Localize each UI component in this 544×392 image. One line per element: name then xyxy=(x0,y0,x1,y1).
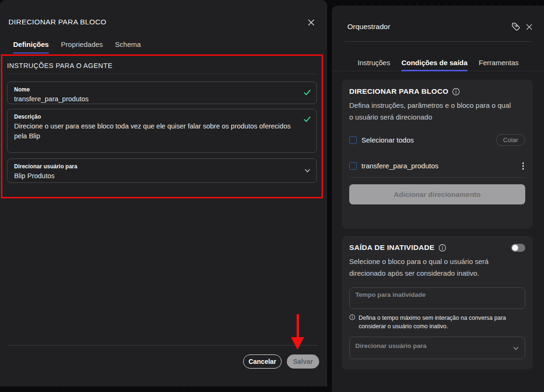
tab-instrucoes[interactable]: Instruções xyxy=(358,54,390,71)
inactivity-redirect-select[interactable]: Direcionar usuário para xyxy=(349,337,525,359)
panel-title: Orquestrador xyxy=(347,23,390,31)
close-icon xyxy=(526,23,533,30)
redirect-section-card: DIRECIONAR PARA BLOCO Defina instruções,… xyxy=(342,80,533,229)
name-field[interactable]: Nome transfere_para_produtos xyxy=(7,82,317,104)
description-field-value: Direcione o user para esse bloco toda ve… xyxy=(14,121,301,141)
toggle-knob xyxy=(512,245,518,251)
arrow-shaft xyxy=(297,314,299,338)
valid-check-icon xyxy=(304,116,311,124)
tab-ferramentas[interactable]: Ferramentas xyxy=(479,54,519,71)
save-button[interactable]: Salvar xyxy=(287,354,319,369)
item-label: transfere_para_produtos xyxy=(361,162,438,170)
kebab-menu-icon[interactable] xyxy=(521,161,526,171)
arrow-head xyxy=(291,337,304,350)
redirect-select-label: Direcionar usuário para xyxy=(14,163,310,170)
redirect-user-select[interactable]: Direcionar usuário para Blip Produtos xyxy=(7,158,317,183)
inactivity-helper-text: Defina o tempo máximo sem interação na c… xyxy=(359,314,513,331)
footer-divider xyxy=(8,345,318,346)
cancel-button[interactable]: Cancelar xyxy=(243,354,282,369)
panel-tabs: Instruções Condições de saída Ferramenta… xyxy=(332,54,544,71)
tab-definicoes[interactable]: Definições xyxy=(13,40,49,53)
redirect-section-title: DIRECIONAR PARA BLOCO xyxy=(349,87,448,96)
inactivity-helper-row: Defina o tempo máximo sem interação na c… xyxy=(349,314,525,331)
annotation-highlight-box: INSTRUÇÕES PARA O AGENTE Nome transfere_… xyxy=(1,54,323,198)
chevron-down-icon xyxy=(513,345,519,354)
redirect-section-description: Defina instruções, parâmetros e o bloco … xyxy=(349,99,511,123)
tab-condicoes-de-saida[interactable]: Condições de saída xyxy=(401,54,467,71)
info-icon xyxy=(349,314,355,331)
tab-schema[interactable]: Schema xyxy=(115,40,141,53)
item-list-divider xyxy=(349,177,525,178)
select-all-checkbox[interactable] xyxy=(349,136,357,144)
close-icon xyxy=(307,19,315,26)
name-field-value: transfere_para_produtos xyxy=(14,94,301,104)
inactivity-toggle[interactable] xyxy=(511,244,525,252)
screen: DIRECIONAR PARA BLOCO Definições Proprie… xyxy=(0,0,544,392)
redirect-select-value: Blip Produtos xyxy=(14,171,301,181)
annotation-arrow xyxy=(291,314,304,350)
panel-header-divider xyxy=(344,41,532,42)
tag-icon[interactable] xyxy=(511,22,521,32)
modal-tabs: Definições Propriedades Schema xyxy=(13,40,141,53)
select-all-label: Selecionar todos xyxy=(361,136,414,144)
name-field-label: Nome xyxy=(14,86,310,93)
inactivity-section-description: Selecione o bloco para o qual o usuário … xyxy=(349,256,519,279)
direcionar-para-bloco-modal: DIRECIONAR PARA BLOCO Definições Proprie… xyxy=(0,0,327,386)
item-checkbox[interactable] xyxy=(349,162,357,170)
orquestrador-panel: Orquestrador Instruções Condições de saí… xyxy=(332,6,544,392)
info-icon[interactable] xyxy=(438,244,446,252)
modal-close-button[interactable] xyxy=(306,17,317,28)
description-field-label: Descrição xyxy=(14,113,310,120)
modal-footer: Cancelar Salvar xyxy=(0,354,327,369)
inactivity-time-input[interactable] xyxy=(349,287,525,309)
agent-instructions-section-title: INSTRUÇÕES PARA O AGENTE xyxy=(7,62,317,74)
info-icon[interactable] xyxy=(452,88,460,96)
redirect-section-title-row: DIRECIONAR PARA BLOCO xyxy=(349,87,525,96)
redirect-item-row: transfere_para_produtos xyxy=(349,161,525,171)
modal-title: DIRECIONAR PARA BLOCO xyxy=(8,18,107,26)
select-all-row: Selecionar todos Colar xyxy=(349,134,525,146)
panel-close-button[interactable] xyxy=(524,22,534,32)
inactivity-section-card: SAÍDA DE INATIVIDADE Selecione o bloco p… xyxy=(342,236,533,369)
inactivity-redirect-select-placeholder: Direcionar usuário para xyxy=(355,342,427,349)
description-field[interactable]: Descrição Direcione o user para esse blo… xyxy=(7,109,317,153)
chevron-down-icon xyxy=(304,167,311,176)
valid-check-icon xyxy=(304,89,311,98)
inactivity-section-title-row: SAÍDA DE INATIVIDADE xyxy=(349,243,525,252)
inactivity-section-title: SAÍDA DE INATIVIDADE xyxy=(349,243,435,252)
paste-button[interactable]: Colar xyxy=(496,134,525,146)
add-redirect-button[interactable]: Adicionar direcionamento xyxy=(349,184,525,204)
tab-propriedades[interactable]: Propriedades xyxy=(61,40,103,53)
